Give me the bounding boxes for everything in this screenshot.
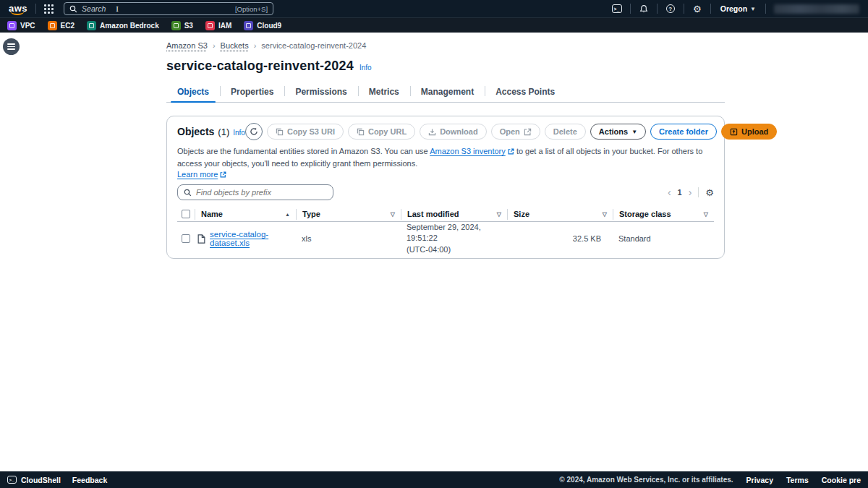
download-button[interactable]: Download	[420, 124, 487, 140]
page-title: service-catalog-reinvent-2024	[166, 59, 354, 74]
vpc-service-icon	[7, 21, 17, 30]
s3-inventory-link[interactable]: Amazon S3 inventory	[430, 147, 506, 155]
object-size: 32.5 KB	[507, 234, 613, 243]
tab-objects[interactable]: Objects	[166, 83, 220, 102]
objects-heading: Objects	[177, 126, 214, 137]
cloudshell-icon: >_	[7, 476, 17, 484]
search-icon	[184, 189, 192, 197]
breadcrumb-buckets[interactable]: Buckets	[221, 41, 249, 50]
breadcrumb: Amazon S3 › Buckets › service-catalog-re…	[166, 41, 725, 50]
filter-icon: ▽	[603, 211, 607, 218]
divider	[684, 4, 684, 14]
actions-dropdown-button[interactable]: Actions ▼	[590, 124, 646, 140]
learn-more-link[interactable]: Learn more	[177, 170, 218, 179]
download-icon	[428, 128, 436, 136]
object-storage-class: Standard	[613, 234, 714, 243]
object-name-link[interactable]: service-catalog-dataset.xls	[210, 230, 293, 247]
favorite-ec2[interactable]: EC2	[48, 21, 75, 30]
filter-icon: ▽	[497, 211, 501, 218]
external-link-icon	[508, 148, 514, 155]
breadcrumb-separator-icon: ›	[213, 41, 216, 50]
tab-permissions[interactable]: Permissions	[284, 83, 357, 102]
favorites-bar: VPC EC2 Amazon Bedrock S3 IAM Cloud9	[0, 17, 868, 33]
upload-icon	[730, 128, 738, 136]
column-header-storage-class[interactable]: Storage class ▽	[613, 209, 714, 220]
external-link-icon	[524, 128, 532, 136]
settings-gear-icon[interactable]: ⚙	[689, 3, 705, 14]
cookie-preferences-link[interactable]: Cookie pre	[822, 476, 861, 484]
help-icon[interactable]: ?	[663, 3, 678, 14]
global-search-placeholder: Search	[82, 4, 106, 13]
table-preferences-gear-icon[interactable]: ⚙	[705, 188, 714, 197]
breadcrumb-current: service-catalog-reinvent-2024	[261, 41, 366, 50]
tab-access-points[interactable]: Access Points	[485, 83, 566, 102]
object-last-modified: September 29, 2024, 19:51:22 (UTC-04:00)	[401, 222, 507, 255]
pagination: ‹ 1 › ⚙	[668, 187, 714, 198]
column-header-size[interactable]: Size ▽	[507, 209, 613, 220]
cloudshell-icon[interactable]: >_	[609, 3, 625, 14]
objects-search-field	[177, 184, 333, 200]
text-cursor: I	[116, 4, 119, 13]
previous-page-icon[interactable]: ‹	[668, 187, 671, 198]
external-link-icon	[220, 171, 226, 178]
services-grid-icon[interactable]	[44, 4, 54, 14]
open-button[interactable]: Open	[491, 124, 540, 140]
account-menu-redacted[interactable]	[774, 4, 859, 14]
chevron-down-icon: ▼	[750, 6, 756, 12]
refresh-button[interactable]	[245, 123, 263, 140]
objects-info-link[interactable]: Info	[233, 129, 245, 137]
filter-icon: ▽	[391, 211, 395, 218]
terms-link[interactable]: Terms	[786, 476, 809, 484]
copy-icon	[276, 128, 284, 136]
favorite-vpc[interactable]: VPC	[7, 21, 35, 30]
favorite-s3[interactable]: S3	[171, 21, 193, 30]
column-header-name[interactable]: Name ▲	[195, 209, 296, 220]
divider	[657, 4, 658, 14]
file-icon	[197, 234, 205, 244]
column-header-last-modified[interactable]: Last modified ▽	[401, 209, 507, 220]
tab-management[interactable]: Management	[410, 83, 485, 102]
divider	[710, 4, 711, 14]
notifications-bell-icon[interactable]	[636, 3, 652, 14]
cloudshell-footer-button[interactable]: >_ CloudShell	[7, 476, 61, 484]
copy-url-button[interactable]: Copy URL	[348, 124, 415, 140]
tab-metrics[interactable]: Metrics	[358, 83, 410, 102]
column-header-type[interactable]: Type ▽	[296, 209, 401, 220]
feedback-link[interactable]: Feedback	[72, 476, 107, 484]
title-info-link[interactable]: Info	[359, 64, 372, 72]
divider	[35, 4, 36, 14]
object-type: xls	[296, 234, 401, 243]
privacy-link[interactable]: Privacy	[746, 476, 773, 484]
create-folder-button[interactable]: Create folder	[650, 124, 717, 140]
upload-button[interactable]: Upload	[721, 124, 777, 140]
tab-properties[interactable]: Properties	[220, 83, 284, 102]
topbar-utilities: >_ ? ⚙ Oregon ▼	[609, 3, 862, 14]
table-header-row: Name ▲ Type ▽ Last modified ▽ Size	[177, 207, 714, 222]
delete-button[interactable]: Delete	[545, 124, 586, 140]
copy-icon	[357, 128, 365, 136]
aws-logo[interactable]: aws	[6, 3, 30, 15]
favorite-bedrock[interactable]: Amazon Bedrock	[87, 21, 159, 30]
select-all-checkbox[interactable]	[182, 210, 190, 218]
next-page-icon[interactable]: ›	[689, 187, 692, 198]
s3-service-icon	[171, 21, 181, 30]
region-selector[interactable]: Oregon ▼	[716, 4, 760, 13]
refresh-icon	[250, 127, 258, 136]
global-search-input[interactable]: Search I [Option+S]	[64, 2, 273, 15]
sort-ascending-icon: ▲	[285, 212, 290, 217]
bucket-tabs: Objects Properties Permissions Metrics M…	[166, 83, 725, 103]
copy-s3-uri-button[interactable]: Copy S3 URI	[267, 124, 344, 140]
favorite-iam[interactable]: IAM	[205, 21, 231, 30]
objects-description: Objects are the fundamental entities sto…	[177, 145, 714, 169]
row-checkbox[interactable]	[182, 234, 190, 243]
current-page-number[interactable]: 1	[678, 188, 682, 197]
console-footer: >_ CloudShell Feedback © 2024, Amazon We…	[0, 471, 868, 488]
breadcrumb-amazon-s3[interactable]: Amazon S3	[166, 41, 208, 50]
side-menu-toggle-button[interactable]	[3, 38, 20, 55]
find-objects-input[interactable]	[196, 188, 327, 197]
objects-count: (1)	[218, 127, 229, 137]
favorite-cloud9[interactable]: Cloud9	[244, 21, 281, 30]
chevron-down-icon: ▼	[631, 129, 637, 135]
objects-panel: Objects (1) Info Copy S3 URI	[166, 116, 725, 259]
bedrock-service-icon	[87, 21, 96, 30]
